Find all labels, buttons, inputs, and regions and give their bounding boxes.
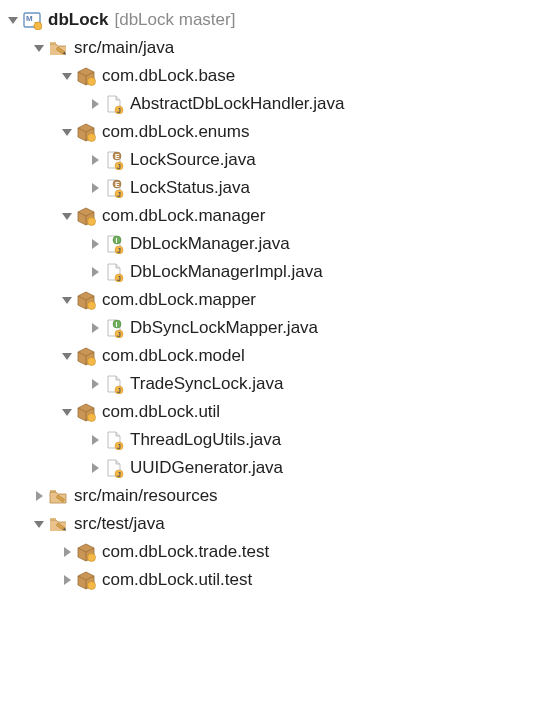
chevron-right-icon[interactable] [88, 321, 102, 335]
java-class-icon [104, 458, 124, 478]
tree-node-src-test-java[interactable]: src/test/java [4, 510, 556, 538]
package-icon [76, 122, 96, 142]
chevron-right-icon[interactable] [88, 265, 102, 279]
package-icon [76, 570, 96, 590]
package-label: com.dbLock.trade.test [100, 542, 269, 562]
package-icon [76, 66, 96, 86]
chevron-right-icon[interactable] [88, 461, 102, 475]
resources-folder-icon [48, 486, 68, 506]
java-enum-icon [104, 178, 124, 198]
module-icon [22, 10, 42, 30]
tree-node-file[interactable]: TradeSyncLock.java [4, 370, 556, 398]
chevron-right-icon[interactable] [88, 237, 102, 251]
package-label: com.dbLock.base [100, 66, 235, 86]
folder-label: src/main/resources [72, 486, 218, 506]
java-interface-icon [104, 318, 124, 338]
file-label: ThreadLogUtils.java [128, 430, 281, 450]
package-icon [76, 402, 96, 422]
package-label: com.dbLock.util.test [100, 570, 252, 590]
file-label: DbLockManager.java [128, 234, 290, 254]
chevron-down-icon[interactable] [60, 293, 74, 307]
file-label: AbstractDbLockHandler.java [128, 94, 345, 114]
chevron-right-icon[interactable] [88, 433, 102, 447]
tree-node-root[interactable]: dbLock [dbLock master] [4, 6, 556, 34]
tree-node-src-main-resources[interactable]: src/main/resources [4, 482, 556, 510]
tree-node-file[interactable]: LockStatus.java [4, 174, 556, 202]
package-label: com.dbLock.manager [100, 206, 265, 226]
tree-node-file[interactable]: DbSyncLockMapper.java [4, 314, 556, 342]
tree-node-package[interactable]: com.dbLock.base [4, 62, 556, 90]
file-label: UUIDGenerator.java [128, 458, 283, 478]
tree-node-file[interactable]: UUIDGenerator.java [4, 454, 556, 482]
tree-node-src-main-java[interactable]: src/main/java [4, 34, 556, 62]
chevron-down-icon[interactable] [60, 349, 74, 363]
chevron-right-icon[interactable] [88, 377, 102, 391]
package-label: com.dbLock.mapper [100, 290, 256, 310]
chevron-right-icon[interactable] [88, 97, 102, 111]
package-label: com.dbLock.util [100, 402, 220, 422]
source-folder-icon [48, 38, 68, 58]
project-tree[interactable]: dbLock [dbLock master] src/main/java com… [0, 0, 560, 604]
file-label: LockStatus.java [128, 178, 250, 198]
java-class-icon [104, 430, 124, 450]
chevron-down-icon[interactable] [32, 517, 46, 531]
file-label: LockSource.java [128, 150, 256, 170]
java-class-icon [104, 374, 124, 394]
tree-node-package[interactable]: com.dbLock.trade.test [4, 538, 556, 566]
java-class-icon [104, 262, 124, 282]
package-icon [76, 290, 96, 310]
chevron-right-icon[interactable] [60, 573, 74, 587]
vcs-branch-label: [dbLock master] [108, 10, 235, 30]
chevron-right-icon[interactable] [60, 545, 74, 559]
chevron-down-icon[interactable] [60, 405, 74, 419]
chevron-right-icon[interactable] [88, 181, 102, 195]
tree-node-package[interactable]: com.dbLock.mapper [4, 286, 556, 314]
package-icon [76, 206, 96, 226]
tree-node-package[interactable]: com.dbLock.enums [4, 118, 556, 146]
file-label: TradeSyncLock.java [128, 374, 283, 394]
test-source-folder-icon [48, 514, 68, 534]
package-icon [76, 542, 96, 562]
folder-label: src/main/java [72, 38, 174, 58]
tree-node-file[interactable]: ThreadLogUtils.java [4, 426, 556, 454]
package-label: com.dbLock.model [100, 346, 245, 366]
chevron-down-icon[interactable] [32, 41, 46, 55]
java-interface-icon [104, 234, 124, 254]
chevron-right-icon[interactable] [32, 489, 46, 503]
java-enum-icon [104, 150, 124, 170]
tree-node-package[interactable]: com.dbLock.util.test [4, 566, 556, 594]
tree-node-file[interactable]: AbstractDbLockHandler.java [4, 90, 556, 118]
tree-node-package[interactable]: com.dbLock.manager [4, 202, 556, 230]
chevron-right-icon[interactable] [88, 153, 102, 167]
file-label: DbLockManagerImpl.java [128, 262, 323, 282]
tree-node-file[interactable]: DbLockManager.java [4, 230, 556, 258]
package-label: com.dbLock.enums [100, 122, 249, 142]
tree-node-file[interactable]: DbLockManagerImpl.java [4, 258, 556, 286]
chevron-down-icon[interactable] [60, 125, 74, 139]
java-class-icon [104, 94, 124, 114]
file-label: DbSyncLockMapper.java [128, 318, 318, 338]
tree-node-file[interactable]: LockSource.java [4, 146, 556, 174]
root-name: dbLock [46, 10, 108, 30]
chevron-down-icon[interactable] [60, 69, 74, 83]
package-icon [76, 346, 96, 366]
chevron-down-icon[interactable] [6, 13, 20, 27]
chevron-down-icon[interactable] [60, 209, 74, 223]
folder-label: src/test/java [72, 514, 165, 534]
tree-node-package[interactable]: com.dbLock.util [4, 398, 556, 426]
tree-node-package[interactable]: com.dbLock.model [4, 342, 556, 370]
